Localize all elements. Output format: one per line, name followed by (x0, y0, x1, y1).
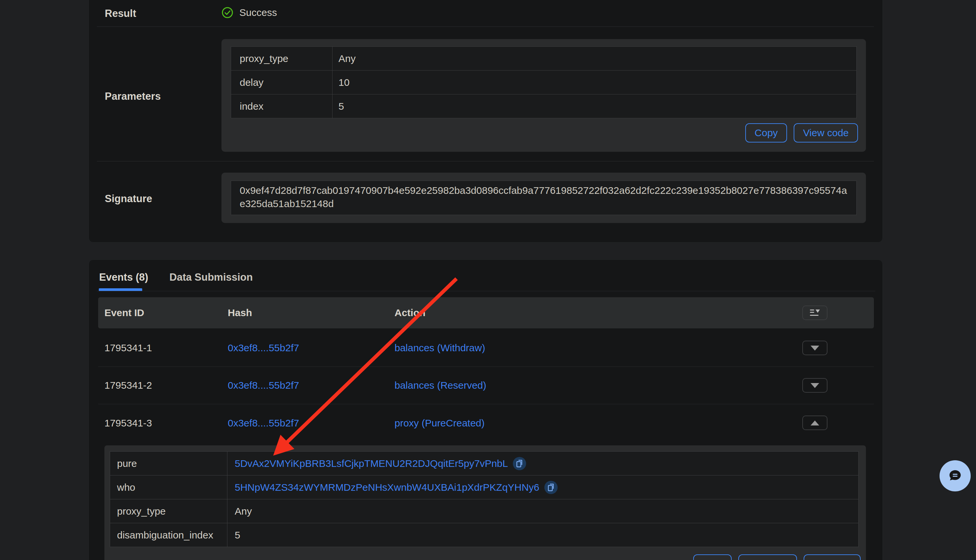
chevron-up-icon (811, 420, 819, 425)
parameter-row: index 5 (231, 94, 856, 118)
result-label: Result (105, 8, 136, 20)
detail-row: disambiguation_index 5 (110, 523, 858, 547)
detail-row: proxy_type Any (110, 499, 858, 523)
event-hash-link[interactable]: 0x3ef8....55b2f7 (228, 380, 299, 391)
event-row: 1795341-1 0x3ef8....55b2f7 balances (Wit… (98, 329, 874, 367)
signature-value: 0x9ef47d28d7f87cab0197470907b4e592e25982… (231, 181, 857, 215)
parameter-key: proxy_type (231, 47, 332, 70)
parameter-value: 10 (332, 77, 349, 88)
chat-icon (945, 466, 965, 486)
event-row: 1795341-3 0x3ef8....55b2f7 proxy (PureCr… (98, 404, 874, 442)
page: Result Success Parameters proxy_type Any… (0, 0, 976, 560)
signature-panel: 0x9ef47d28d7f87cab0197470907b4e592e25982… (222, 173, 866, 223)
parameter-row: proxy_type Any (231, 47, 856, 70)
detail-row: who 5HNpW4ZS34zWYMRMDzPeNHsXwnbW4UXBAi1p… (110, 475, 858, 499)
parameters-label: Parameters (105, 90, 161, 102)
event-action-link[interactable]: balances (Withdraw) (394, 342, 485, 353)
result-text: Success (239, 7, 277, 18)
event-id: 1795341-3 (104, 418, 228, 429)
header-event-id: Event ID (104, 307, 228, 318)
view-code-button[interactable]: View code (794, 123, 858, 142)
account-link[interactable]: 5HNpW4ZS34zWYMRMDzPeNHsXwnbW4UXBAi1pXdrP… (235, 482, 539, 493)
divider (97, 161, 874, 162)
parameter-row: delay 10 (231, 70, 856, 94)
event-id: 1795341-1 (104, 342, 228, 353)
event-detail-table: pure 5DvAx2VMYiKpBRB3LsfCjkpTMENU2R2DJQq… (110, 451, 859, 547)
event-hash-link[interactable]: 0x3ef8....55b2f7 (228, 418, 299, 428)
signature-label: Signature (105, 193, 152, 205)
partial-button[interactable] (693, 554, 732, 560)
chevron-down-icon (811, 346, 819, 351)
event-hash-link[interactable]: 0x3ef8....55b2f7 (228, 342, 299, 353)
divider (97, 27, 874, 27)
detail-value: 5 (227, 523, 858, 547)
chevron-down-icon (811, 383, 819, 388)
copy-address-button[interactable] (512, 457, 526, 470)
tab-events[interactable]: Events (8) (99, 272, 148, 283)
result-value: Success (222, 5, 277, 20)
detail-key: proxy_type (110, 499, 227, 523)
copy-button[interactable]: Copy (745, 123, 787, 142)
event-detail-panel: pure 5DvAx2VMYiKpBRB3LsfCjkpTMENU2R2DJQq… (104, 445, 866, 560)
partial-button[interactable] (738, 554, 797, 560)
account-link[interactable]: 5DvAx2VMYiKpBRB3LsfCjkpTMENU2R2DJQqitEr5… (235, 458, 508, 469)
detail-key: who (110, 475, 227, 499)
detail-footer-actions (104, 554, 861, 560)
collapse-row-button[interactable] (802, 415, 828, 430)
event-action-link[interactable]: balances (Reserved) (394, 380, 486, 391)
copy-address-button[interactable] (544, 480, 558, 494)
partial-button[interactable] (804, 554, 861, 560)
parameters-table: proxy_type Any delay 10 index 5 (231, 47, 857, 118)
detail-value: Any (227, 499, 858, 523)
tab-data-submission[interactable]: Data Submission (169, 272, 253, 283)
extrinsic-detail-card: Result Success Parameters proxy_type Any… (88, 0, 883, 243)
parameter-value: 5 (332, 101, 344, 112)
events-card: Events (8) Data Submission Event ID Hash… (88, 260, 883, 560)
events-table-header: Event ID Hash Action (98, 297, 874, 328)
event-action-link[interactable]: proxy (PureCreated) (394, 418, 485, 428)
parameters-panel: proxy_type Any delay 10 index 5 Copy Vie… (222, 39, 866, 152)
event-row: 1795341-2 0x3ef8....55b2f7 balances (Res… (98, 367, 874, 404)
parameter-key: index (231, 95, 332, 118)
expand-row-button[interactable] (802, 341, 828, 355)
parameter-value: Any (332, 53, 356, 64)
chat-button[interactable] (939, 460, 971, 492)
header-hash: Hash (228, 307, 394, 318)
detail-key: pure (110, 452, 227, 475)
success-icon (222, 7, 234, 18)
detail-row: pure 5DvAx2VMYiKpBRB3LsfCjkpTMENU2R2DJQq… (110, 452, 858, 475)
event-id: 1795341-2 (104, 380, 228, 391)
expand-row-button[interactable] (802, 378, 828, 393)
parameter-key: delay (231, 71, 332, 94)
detail-key: disambiguation_index (110, 523, 227, 547)
sort-filter-button[interactable] (802, 305, 828, 320)
divider (97, 291, 875, 291)
sort-descending-icon (809, 308, 821, 318)
